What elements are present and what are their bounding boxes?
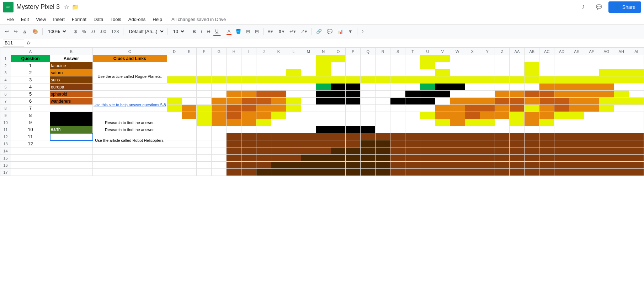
cell-q4[interactable] xyxy=(361,76,376,84)
cell-ad6[interactable] xyxy=(554,91,569,98)
cell-i3[interactable] xyxy=(241,69,256,76)
cell-l12[interactable] xyxy=(286,133,301,140)
col-header-j[interactable]: J xyxy=(256,48,271,55)
cell-n6[interactable] xyxy=(316,91,331,98)
cell-b17[interactable] xyxy=(50,169,93,176)
cell-b11[interactable]: earth xyxy=(50,126,93,133)
cell-l17[interactable] xyxy=(286,169,301,176)
cell-g7[interactable] xyxy=(212,98,227,105)
col-header-p[interactable]: P xyxy=(346,48,361,55)
cell-g15[interactable] xyxy=(212,155,227,162)
cell-t17[interactable] xyxy=(405,169,420,176)
cell-h6[interactable] xyxy=(227,91,241,98)
cell-z8[interactable] xyxy=(495,105,510,112)
cell-ac12[interactable] xyxy=(539,133,554,140)
cell-h4[interactable] xyxy=(227,76,241,84)
cell-ae4[interactable] xyxy=(569,76,584,84)
cell-af10[interactable] xyxy=(584,119,599,126)
cell-l10[interactable] xyxy=(286,119,301,126)
cell-l15[interactable] xyxy=(286,155,301,162)
cell-s14[interactable] xyxy=(390,147,405,155)
cell-s17[interactable] xyxy=(390,169,405,176)
cell-v11[interactable] xyxy=(435,126,450,133)
cell-u9[interactable] xyxy=(420,112,435,119)
col-header-l[interactable]: L xyxy=(286,48,301,55)
cell-r10[interactable] xyxy=(376,119,390,126)
cell-j17[interactable] xyxy=(256,169,271,176)
cell-h13[interactable] xyxy=(227,140,241,147)
cell-i1[interactable] xyxy=(241,55,256,62)
cell-b4[interactable]: suns xyxy=(50,76,93,84)
cell-k16[interactable] xyxy=(271,162,286,169)
cell-o4[interactable] xyxy=(331,76,346,84)
cell-d6[interactable] xyxy=(167,91,182,98)
cell-d16[interactable] xyxy=(167,162,182,169)
cell-j16[interactable] xyxy=(256,162,271,169)
cell-ai8[interactable] xyxy=(629,105,644,112)
menu-file[interactable]: File xyxy=(3,15,17,23)
cell-e2[interactable] xyxy=(182,62,197,69)
cell-z7[interactable] xyxy=(495,98,510,105)
cell-y7[interactable] xyxy=(480,98,495,105)
cell-ab4[interactable] xyxy=(525,76,539,84)
cell-j5[interactable] xyxy=(256,84,271,91)
cell-ai17[interactable] xyxy=(629,169,644,176)
font-select[interactable]: Default (Ari...) xyxy=(126,27,165,36)
cell-ac15[interactable] xyxy=(539,155,554,162)
cell-b9[interactable] xyxy=(50,112,93,119)
cell-s13[interactable] xyxy=(390,140,405,147)
cell-aa12[interactable] xyxy=(510,133,525,140)
cell-y10[interactable] xyxy=(480,119,495,126)
cell-q16[interactable] xyxy=(361,162,376,169)
cell-z17[interactable] xyxy=(495,169,510,176)
cell-j10[interactable] xyxy=(256,119,271,126)
cell-o3[interactable] xyxy=(331,69,346,76)
cell-ad11[interactable] xyxy=(554,126,569,133)
cell-d5[interactable] xyxy=(167,84,182,91)
cell-w10[interactable] xyxy=(450,119,465,126)
cell-h12[interactable] xyxy=(227,133,241,140)
cell-g3[interactable] xyxy=(212,69,227,76)
valign-button[interactable]: ⬍▾ xyxy=(276,27,287,36)
cell-p1[interactable] xyxy=(346,55,361,62)
cell-ab2[interactable] xyxy=(525,62,539,69)
cell-u7[interactable] xyxy=(420,98,435,105)
cell-i7[interactable] xyxy=(241,98,256,105)
cell-ah16[interactable] xyxy=(614,162,629,169)
cell-b8[interactable] xyxy=(50,105,93,112)
cell-w9[interactable] xyxy=(450,112,465,119)
cell-k2[interactable] xyxy=(271,62,286,69)
cell-m7[interactable] xyxy=(301,98,316,105)
cell-q8[interactable] xyxy=(361,105,376,112)
cell-ad17[interactable] xyxy=(554,169,569,176)
cell-k5[interactable] xyxy=(271,84,286,91)
cell-b13[interactable] xyxy=(50,140,93,147)
cell-w16[interactable] xyxy=(450,162,465,169)
cell-ac11[interactable] xyxy=(539,126,554,133)
col-header-ab[interactable]: AB xyxy=(525,48,539,55)
cell-n3[interactable] xyxy=(316,69,331,76)
bold-button[interactable]: B xyxy=(190,27,198,36)
cell-ae16[interactable] xyxy=(569,162,584,169)
cell-e5[interactable] xyxy=(182,84,197,91)
cell-h3[interactable] xyxy=(227,69,241,76)
cell-u15[interactable] xyxy=(420,155,435,162)
cell-ag6[interactable] xyxy=(599,91,614,98)
print-button[interactable]: 🖨 xyxy=(21,27,30,36)
cell-u4[interactable] xyxy=(420,76,435,84)
cell-ab7[interactable] xyxy=(525,98,539,105)
cell-g14[interactable] xyxy=(212,147,227,155)
cell-ah14[interactable] xyxy=(614,147,629,155)
cell-ac10[interactable] xyxy=(539,119,554,126)
col-header-w[interactable]: W xyxy=(450,48,465,55)
cell-e10[interactable] xyxy=(182,119,197,126)
cell-d2[interactable] xyxy=(167,62,182,69)
cell-y16[interactable] xyxy=(480,162,495,169)
cell-ag1[interactable] xyxy=(599,55,614,62)
cell-r13[interactable] xyxy=(376,140,390,147)
cell-o10[interactable] xyxy=(331,119,346,126)
cell-j7[interactable] xyxy=(256,98,271,105)
cell-ac17[interactable] xyxy=(539,169,554,176)
cell-s9[interactable] xyxy=(390,112,405,119)
cell-r5[interactable] xyxy=(376,84,390,91)
